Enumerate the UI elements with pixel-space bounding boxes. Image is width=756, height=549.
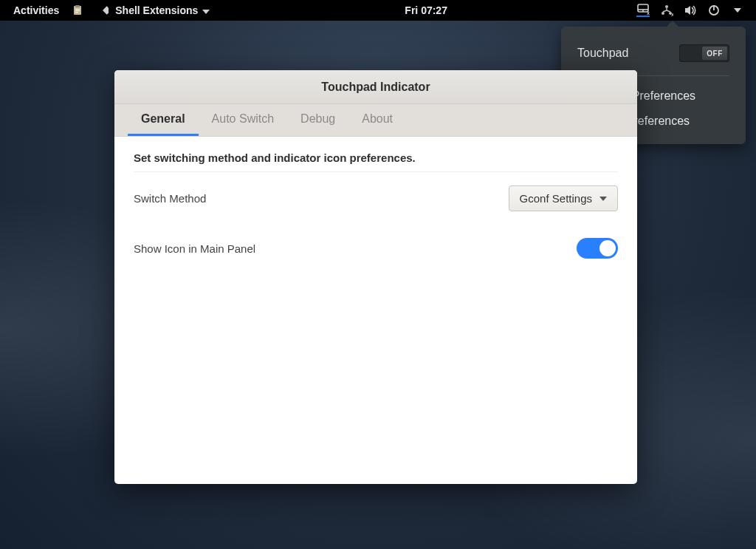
row-label: Show Icon in Main Panel (134, 242, 255, 255)
switch-knob (599, 240, 616, 256)
svg-text:x: x (647, 10, 650, 16)
power-icon[interactable] (707, 4, 721, 17)
clock-label: Fri 07:27 (405, 4, 447, 16)
caret-down-icon (599, 197, 607, 201)
dropdown-value: Gconf Settings (520, 192, 592, 205)
clock[interactable]: Fri 07:27 (399, 0, 453, 21)
tab-about[interactable]: About (348, 104, 406, 136)
activities-button[interactable]: Activities (7, 0, 65, 21)
show-icon-switch[interactable] (577, 238, 618, 259)
row-show-icon: Show Icon in Main Panel (134, 225, 618, 272)
clipboard-icon (71, 4, 84, 17)
row-label: Switch Method (134, 192, 206, 205)
app-menu[interactable]: Shell Extensions (90, 0, 216, 21)
svg-rect-5 (103, 6, 109, 14)
network-icon[interactable]: x (660, 4, 673, 17)
top-bar: Activities Shell Extensions Fri 07:27 x … (0, 0, 756, 21)
tab-general[interactable]: General (128, 104, 199, 136)
row-switch-method: Switch Method Gconf Settings (134, 172, 618, 225)
tab-auto-switch[interactable]: Auto Switch (199, 104, 287, 136)
svg-rect-4 (75, 12, 78, 13)
svg-rect-3 (75, 10, 80, 11)
status-area: x x (636, 4, 749, 17)
volume-icon[interactable] (684, 4, 697, 17)
preferences-dialog: Touchpad Indicator General Auto Switch D… (114, 70, 637, 484)
popover-touchpad-row: Touchpad OFF (561, 38, 746, 68)
tab-label: About (362, 112, 393, 126)
caret-down-icon (202, 4, 210, 16)
tab-debug[interactable]: Debug (287, 104, 348, 136)
touchpad-indicator-icon[interactable]: x (636, 4, 650, 17)
extensions-icon (96, 4, 109, 17)
tab-bar: General Auto Switch Debug About (114, 104, 637, 137)
svg-point-11 (662, 12, 664, 15)
clipboard-indicator[interactable] (65, 0, 90, 21)
tab-label: General (141, 112, 185, 126)
toggle-state-label: OFF (707, 50, 723, 58)
touchpad-toggle[interactable]: OFF (679, 44, 729, 62)
dialog-title: Touchpad Indicator (321, 81, 430, 94)
svg-point-10 (665, 5, 668, 8)
switch-method-dropdown[interactable]: Gconf Settings (509, 185, 618, 211)
system-menu-caret-icon[interactable] (731, 4, 744, 17)
svg-text:x: x (671, 12, 673, 17)
tab-label: Debug (300, 112, 335, 126)
svg-rect-1 (75, 5, 80, 7)
tab-label: Auto Switch (212, 112, 274, 126)
activities-label: Activities (13, 4, 59, 16)
dialog-titlebar[interactable]: Touchpad Indicator (114, 70, 637, 104)
section-description: Set switching method and indicator icon … (134, 147, 618, 172)
popover-title: Touchpad (577, 47, 628, 60)
app-menu-label: Shell Extensions (115, 4, 198, 16)
svg-rect-2 (75, 9, 80, 10)
toggle-knob: OFF (702, 47, 727, 60)
dialog-content: Set switching method and indicator icon … (114, 137, 637, 282)
